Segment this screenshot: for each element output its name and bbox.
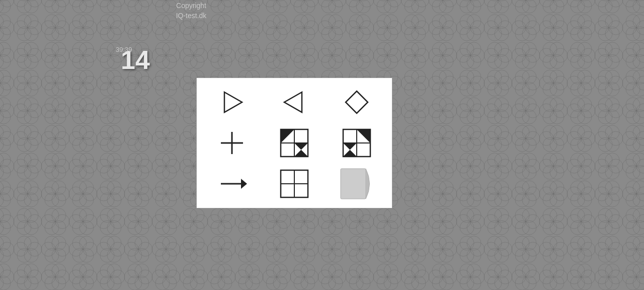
svg-marker-2: [346, 91, 368, 113]
copyright: Copyright IQ-test.dk: [0, 1, 513, 21]
puzzle-cell-r3c2: [264, 165, 324, 203]
svg-rect-20: [341, 169, 366, 199]
puzzle-cell-r1c1: [202, 83, 262, 121]
puzzle-cell-r3c1: [202, 165, 262, 203]
svg-marker-14: [343, 143, 357, 157]
svg-marker-1: [284, 92, 302, 112]
svg-marker-13: [357, 129, 370, 143]
copyright-line1: Copyright: [0, 1, 513, 11]
svg-marker-9: [294, 143, 308, 157]
timer: 39:39: [116, 46, 644, 53]
puzzle-cell-r1c3: [327, 83, 387, 121]
copyright-line2: IQ-test.dk: [0, 11, 513, 21]
puzzle-cell-r2c1: [202, 124, 262, 162]
puzzle-cell-r2c2: [264, 124, 324, 162]
puzzle-cell-r3c3-missing: [327, 165, 387, 203]
svg-marker-16: [241, 179, 247, 189]
puzzle-cell-r1c2: [264, 83, 324, 121]
puzzle-cell-r2c3: [327, 124, 387, 162]
puzzle-container: [196, 78, 392, 208]
puzzle-grid: [197, 78, 392, 208]
svg-marker-8: [281, 129, 294, 143]
svg-marker-0: [224, 92, 242, 112]
